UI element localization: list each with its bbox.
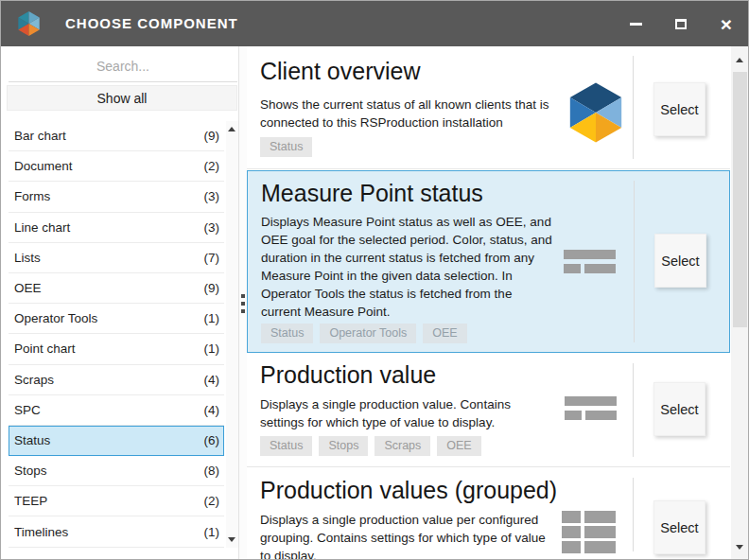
category-count: (9): [204, 129, 220, 143]
sidebar-item-bar-chart[interactable]: Bar chart(9): [9, 121, 224, 151]
category-count: (4): [204, 373, 220, 387]
tag-badge: OEE: [437, 436, 480, 456]
category-count: (3): [204, 189, 220, 203]
search-input[interactable]: [9, 50, 237, 82]
category-list: Bar chart(9) Document(2) Forms(3) Line c…: [9, 121, 224, 548]
sidebar-item-operator-tools[interactable]: Operator Tools(1): [9, 304, 224, 334]
maximize-button[interactable]: [665, 1, 697, 46]
sidebar-item-forms[interactable]: Forms(3): [9, 182, 224, 212]
tag-badge: Operator Tools: [320, 324, 416, 343]
scroll-down-icon[interactable]: [228, 537, 235, 542]
category-count: (2): [204, 494, 220, 508]
select-button[interactable]: Select: [653, 82, 705, 136]
card-divider: [633, 478, 634, 551]
category-count: (7): [204, 251, 220, 265]
sidebar-item-line-chart[interactable]: Line chart(3): [9, 213, 224, 243]
splitter-grip-icon: [241, 302, 245, 306]
scrollbar-thumb[interactable]: [733, 72, 747, 327]
component-title: Production values (grouped): [260, 477, 557, 504]
category-count: (2): [204, 159, 220, 173]
category-label: Point chart: [14, 341, 76, 356]
component-card-measure-point-status[interactable]: Measure Point status Displays Measure Po…: [247, 170, 730, 353]
select-button[interactable]: Select: [654, 234, 706, 288]
sidebar-item-document[interactable]: Document(2): [9, 151, 224, 182]
category-label: Document: [14, 159, 73, 173]
component-title: Production value: [260, 361, 436, 389]
choose-component-dialog: CHOOSE COMPONENT × Show all Bar chart(9)…: [0, 0, 749, 560]
minimize-icon: [630, 23, 642, 26]
maximize-icon: [675, 19, 687, 29]
tag-badge: Scraps: [374, 436, 430, 456]
close-button[interactable]: ×: [710, 1, 742, 46]
component-card-production-values-grouped[interactable]: Production values (grouped) Displays a s…: [247, 468, 730, 560]
component-list-panel: Client overview Shows the current status…: [247, 46, 749, 560]
panel-splitter[interactable]: [239, 46, 247, 560]
category-label: Operator Tools: [14, 311, 97, 325]
category-count: (6): [204, 433, 220, 447]
category-count: (1): [204, 525, 220, 539]
component-description: Displays Measure Point status as well as…: [261, 213, 552, 321]
sidebar-item-point-chart[interactable]: Point chart(1): [9, 334, 224, 364]
sidebar-item-lists[interactable]: Lists(7): [9, 243, 224, 273]
title-bar: CHOOSE COMPONENT ×: [1, 1, 748, 46]
sidebar-item-spc[interactable]: SPC(4): [9, 395, 224, 426]
category-count: (9): [204, 281, 220, 295]
tag-badge: OEE: [423, 324, 466, 343]
splitter-grip-icon: [241, 309, 245, 313]
component-description: Shows the current status of all known cl…: [260, 96, 551, 131]
component-card-client-overview[interactable]: Client overview Shows the current status…: [247, 46, 730, 169]
category-label: Status: [14, 433, 50, 447]
component-card-production-value[interactable]: Production value Displays a single produ…: [247, 354, 730, 467]
category-label: Lists: [14, 251, 41, 265]
card-divider: [633, 56, 634, 159]
scroll-up-icon[interactable]: [736, 58, 743, 62]
status-layout-icon: [564, 250, 616, 274]
select-button[interactable]: Select: [653, 382, 705, 436]
card-divider: [633, 363, 634, 457]
category-label: Stops: [14, 464, 47, 478]
cube-icon: [566, 80, 625, 145]
component-title: Client overview: [260, 58, 421, 85]
sidebar-item-stops[interactable]: Stops(8): [9, 456, 224, 486]
close-icon: ×: [721, 14, 732, 34]
sidebar-item-oee[interactable]: OEE(9): [9, 273, 224, 304]
scroll-up-icon[interactable]: [228, 127, 235, 131]
select-button[interactable]: Select: [653, 500, 705, 554]
tag-badge: Status: [260, 137, 312, 157]
component-title: Measure Point status: [261, 180, 483, 207]
category-label: Timelines: [14, 525, 68, 539]
component-description: Displays a single production value per c…: [260, 511, 551, 560]
category-label: Line chart: [14, 220, 70, 235]
window-title: CHOOSE COMPONENT: [65, 1, 238, 46]
category-label: Forms: [14, 189, 50, 203]
category-label: Bar chart: [14, 129, 66, 143]
category-label: Scraps: [14, 373, 54, 387]
category-count: (1): [204, 311, 220, 325]
sidebar-item-scraps[interactable]: Scraps(4): [9, 365, 224, 395]
category-count: (3): [204, 220, 220, 235]
category-sidebar: Show all Bar chart(9) Document(2) Forms(…: [1, 46, 239, 560]
category-label: SPC: [14, 403, 41, 417]
category-count: (8): [204, 464, 220, 478]
component-description: Displays a single production value. Cont…: [260, 395, 551, 431]
category-count: (4): [204, 403, 220, 417]
tag-badge: Status: [260, 436, 312, 456]
app-logo-icon: [16, 10, 42, 37]
sidebar-item-timelines[interactable]: Timelines(1): [9, 516, 224, 547]
sidebar-scrollbar[interactable]: [226, 121, 238, 548]
category-label: TEEP: [14, 494, 47, 508]
card-divider: [634, 181, 635, 342]
splitter-grip-icon: [241, 294, 245, 298]
scroll-down-icon[interactable]: [736, 545, 743, 550]
grouped-layout-icon: [562, 511, 616, 555]
sidebar-item-teep[interactable]: TEEP(2): [9, 486, 224, 516]
sidebar-item-status[interactable]: Status(6): [9, 426, 224, 456]
tag-badge: Stops: [319, 436, 368, 456]
minimize-button[interactable]: [619, 1, 652, 46]
category-count: (1): [204, 341, 220, 356]
value-layout-icon: [565, 396, 617, 421]
tag-badge: Status: [261, 324, 313, 343]
show-all-button[interactable]: Show all: [7, 85, 237, 111]
main-scrollbar[interactable]: [731, 46, 749, 560]
category-label: OEE: [14, 281, 42, 295]
